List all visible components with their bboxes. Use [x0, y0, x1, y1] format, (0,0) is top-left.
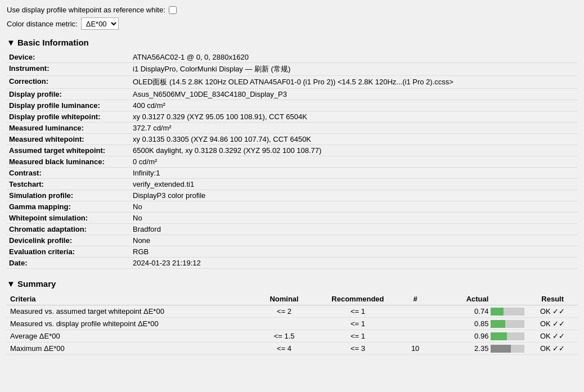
- info-value: Asus_N6506MV_10DE_834C4180_Display_P3: [131, 89, 577, 100]
- info-label: Instrument:: [7, 63, 131, 76]
- actual-bar: [491, 308, 524, 316]
- bar-fill: [491, 320, 505, 328]
- info-value: 2024-01-23 21:19:12: [131, 258, 577, 269]
- summary-hash: 10: [404, 343, 427, 355]
- info-label: Whitepoint simulation:: [7, 213, 131, 224]
- info-label: Date:: [7, 258, 131, 269]
- summary-row: Average ΔE*00<= 1.5<= 10.96OK ✓✓: [7, 330, 577, 343]
- summary-actual: 0.85: [427, 318, 528, 330]
- summary-result: OK ✓✓: [528, 318, 577, 330]
- info-label: Chromatic adaptation:: [7, 224, 131, 235]
- info-value: DisplayP3 color profile: [131, 190, 577, 201]
- info-label: Assumed target whitepoint:: [7, 145, 131, 156]
- info-label: Display profile luminance:: [7, 100, 131, 111]
- info-row: Correction:OLED面板 (14.5 2.8K 120Hz OLED …: [7, 76, 577, 89]
- summary-actual: 0.96: [427, 330, 528, 343]
- info-row: Measured luminance:372.7 cd/m²: [7, 123, 577, 134]
- info-label: Evaluation criteria:: [7, 246, 131, 258]
- bar-fill: [491, 332, 507, 340]
- info-label: Gamma mapping:: [7, 201, 131, 213]
- info-row: Display profile:Asus_N6506MV_10DE_834C41…: [7, 89, 577, 100]
- summary-table: Criteria Nominal Recommended # Actual Re…: [7, 293, 577, 355]
- summary-actual: 2.35: [427, 343, 528, 355]
- actual-value: 0.85: [474, 319, 488, 328]
- info-row: Measured whitepoint:xy 0.3135 0.3305 (XY…: [7, 134, 577, 145]
- actual-bar: [491, 332, 524, 340]
- color-distance-row: Color distance metric: ΔE*00 ΔE*94 ΔE*76: [7, 17, 577, 30]
- summary-nominal: <= 2: [257, 305, 312, 318]
- bar-fill: [491, 345, 510, 353]
- col-criteria: Criteria: [7, 293, 257, 305]
- summary-hash: [404, 318, 427, 330]
- basic-info-table: Device:ATNA56AC02-1 @ 0, 0, 2880x1620Ins…: [7, 52, 577, 269]
- summary-recommended: <= 1: [312, 330, 403, 343]
- summary-criteria: Average ΔE*00: [7, 330, 257, 343]
- info-row: Contrast:Infinity:1: [7, 168, 577, 179]
- basic-info-header: ▼ Basic Information: [7, 38, 577, 47]
- top-options: Use display profile whitepoint as refere…: [7, 6, 577, 30]
- info-row: Evaluation criteria:RGB: [7, 246, 577, 258]
- basic-info-title: ▼ Basic Information: [7, 38, 89, 47]
- bar-fill: [491, 308, 503, 316]
- info-label: Measured black luminance:: [7, 156, 131, 168]
- info-label: Display profile whitepoint:: [7, 111, 131, 123]
- col-actual: Actual: [427, 293, 528, 305]
- summary-criteria: Measured vs. assumed target whitepoint Δ…: [7, 305, 257, 318]
- summary-header: ▼ Summary: [7, 279, 577, 289]
- info-value: 6500K daylight, xy 0.3128 0.3292 (XYZ 95…: [131, 145, 577, 156]
- info-value: RGB: [131, 246, 577, 258]
- info-row: Measured black luminance:0 cd/m²: [7, 156, 577, 168]
- info-value: Infinity:1: [131, 168, 577, 179]
- summary-hash: [404, 330, 427, 343]
- summary-title: ▼ Summary: [7, 279, 56, 289]
- info-value: None: [131, 235, 577, 246]
- col-nominal: Nominal: [257, 293, 312, 305]
- info-label: Correction:: [7, 76, 131, 89]
- info-label: Device:: [7, 52, 131, 63]
- summary-nominal: <= 4: [257, 343, 312, 355]
- summary-recommended: <= 3: [312, 343, 403, 355]
- info-row: Whitepoint simulation:No: [7, 213, 577, 224]
- info-value: verify_extended.ti1: [131, 179, 577, 190]
- summary-criteria: Maximum ΔE*00: [7, 343, 257, 355]
- col-hash: #: [404, 293, 427, 305]
- summary-hash: [404, 305, 427, 318]
- info-value: xy 0.3127 0.329 (XYZ 95.05 100 108.91), …: [131, 111, 577, 123]
- info-label: Simulation profile:: [7, 190, 131, 201]
- info-label: Measured whitepoint:: [7, 134, 131, 145]
- summary-recommended: <= 1: [312, 318, 403, 330]
- metric-select[interactable]: ΔE*00 ΔE*94 ΔE*76: [81, 17, 119, 30]
- actual-bar: [491, 345, 524, 353]
- summary-row: Measured vs. display profile whitepoint …: [7, 318, 577, 330]
- summary-nominal: <= 1.5: [257, 330, 312, 343]
- summary-recommended: <= 1: [312, 305, 403, 318]
- info-row: Devicelink profile:None: [7, 235, 577, 246]
- col-recommended: Recommended: [312, 293, 403, 305]
- info-row: Date:2024-01-23 21:19:12: [7, 258, 577, 269]
- info-label: Devicelink profile:: [7, 235, 131, 246]
- info-value: No: [131, 201, 577, 213]
- info-label: Display profile:: [7, 89, 131, 100]
- info-label: Contrast:: [7, 168, 131, 179]
- color-distance-label: Color distance metric:: [7, 20, 78, 28]
- info-value: Bradford: [131, 224, 577, 235]
- info-row: Assumed target whitepoint:6500K daylight…: [7, 145, 577, 156]
- summary-row: Maximum ΔE*00<= 4<= 3102.35OK ✓✓: [7, 343, 577, 355]
- info-value: ATNA56AC02-1 @ 0, 0, 2880x1620: [131, 52, 577, 63]
- info-label: Measured luminance:: [7, 123, 131, 134]
- actual-value: 0.96: [474, 332, 488, 340]
- col-result: Result: [528, 293, 577, 305]
- info-value: No: [131, 213, 577, 224]
- info-row: Testchart:verify_extended.ti1: [7, 179, 577, 190]
- info-value: 400 cd/m²: [131, 100, 577, 111]
- whitepoint-checkbox[interactable]: [169, 6, 177, 14]
- info-value: 372.7 cd/m²: [131, 123, 577, 134]
- info-row: Device:ATNA56AC02-1 @ 0, 0, 2880x1620: [7, 52, 577, 63]
- summary-result: OK ✓✓: [528, 305, 577, 318]
- whitepoint-option-row: Use display profile whitepoint as refere…: [7, 6, 577, 14]
- info-value: i1 DisplayPro, ColorMunki Display — 刷新 (…: [131, 63, 577, 76]
- summary-nominal: [257, 318, 312, 330]
- info-value: OLED面板 (14.5 2.8K 120Hz OLED ATNA45AF01-…: [131, 76, 577, 89]
- info-row: Instrument:i1 DisplayPro, ColorMunki Dis…: [7, 63, 577, 76]
- actual-value: 0.74: [474, 307, 488, 316]
